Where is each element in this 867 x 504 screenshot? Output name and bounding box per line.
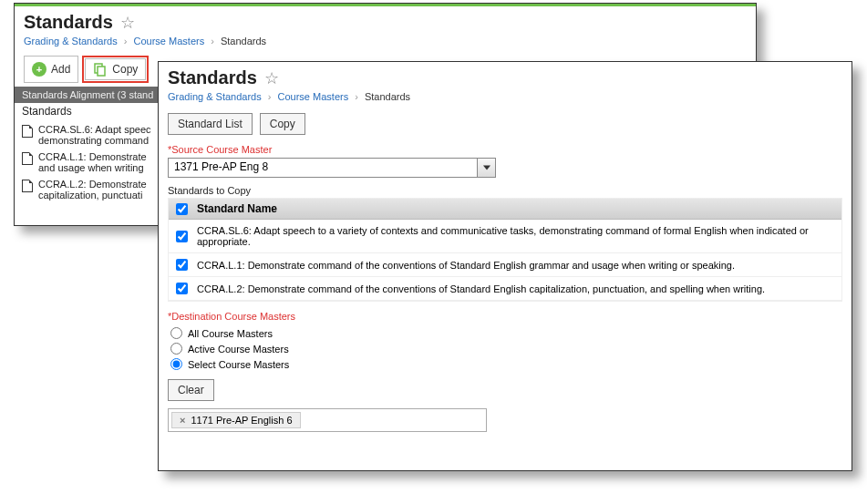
page-title: Standards <box>24 12 113 33</box>
row-text: CCRA.SL.6: Adapt speech to a variety of … <box>197 225 834 247</box>
breadcrumb: Grading & Standards › Course Masters › S… <box>24 36 747 46</box>
document-icon <box>22 180 33 192</box>
breadcrumb-course-masters[interactable]: Course Masters <box>278 91 349 102</box>
column-header-name: Standard Name <box>197 202 277 215</box>
standard-list-button[interactable]: Standard List <box>168 113 253 135</box>
radio-input[interactable] <box>170 327 182 339</box>
radio-label: Active Course Masters <box>188 344 289 355</box>
copy-button[interactable]: Copy <box>85 58 146 80</box>
copy-view-button[interactable]: Copy <box>260 113 305 135</box>
content-area: Standard List Copy *Source Course Master… <box>159 106 852 439</box>
destination-radio-group: All Course Masters Active Course Masters… <box>168 325 842 372</box>
breadcrumb-grading[interactable]: Grading & Standards <box>24 36 118 46</box>
row-text: CCRA.L.2: Demonstrate command of the con… <box>197 283 765 294</box>
radio-select-masters[interactable]: Select Course Masters <box>168 356 842 372</box>
source-course-label: *Source Course Master <box>168 144 842 155</box>
copy-button-highlight: Copy <box>82 56 149 83</box>
breadcrumb: Grading & Standards › Course Masters › S… <box>168 91 842 102</box>
dropdown-toggle[interactable] <box>478 158 496 178</box>
row-text: CCRA.L.1: Demonstrate command of the con… <box>197 260 735 271</box>
radio-all-masters[interactable]: All Course Masters <box>168 325 842 341</box>
standards-table: Standard Name CCRA.SL.6: Adapt speech to… <box>168 198 842 302</box>
table-header-row: Standard Name <box>169 199 841 220</box>
standards-to-copy-label: Standards to Copy <box>168 185 842 196</box>
breadcrumb-course-masters[interactable]: Course Masters <box>134 36 205 46</box>
radio-label: All Course Masters <box>188 328 273 339</box>
remove-chip-icon[interactable]: × <box>180 415 185 426</box>
table-row: CCRA.L.2: Demonstrate command of the con… <box>169 277 841 301</box>
copy-button-label: Copy <box>112 63 138 76</box>
list-item-text: CCRA.SL.6: Adapt speec demonstrating com… <box>38 124 151 146</box>
radio-input[interactable] <box>170 343 182 355</box>
window-header: Standards ☆ Grading & Standards › Course… <box>159 62 852 106</box>
chevron-right-icon: › <box>268 91 272 102</box>
copy-icon <box>93 62 108 77</box>
list-item-text: CCRA.L.1: Demonstrate and usage when wri… <box>38 151 147 173</box>
document-icon <box>22 125 33 138</box>
source-course-select[interactable]: 1371 Pre-AP Eng 8 <box>168 158 842 178</box>
select-all-checkbox[interactable] <box>176 203 188 215</box>
breadcrumb-grading[interactable]: Grading & Standards <box>168 91 262 102</box>
plus-icon: + <box>32 62 46 77</box>
chevron-right-icon: › <box>211 36 214 46</box>
view-buttons: Standard List Copy <box>168 113 842 135</box>
window-header: Standards ☆ Grading & Standards › Course… <box>15 6 756 50</box>
chevron-right-icon: › <box>124 36 128 46</box>
breadcrumb-current: Standards <box>221 36 266 46</box>
svg-marker-2 <box>483 166 490 170</box>
destination-label: *Destination Course Masters <box>168 311 842 322</box>
table-row: CCRA.L.1: Demonstrate command of the con… <box>169 253 841 277</box>
row-checkbox[interactable] <box>176 283 188 294</box>
source-course-value[interactable]: 1371 Pre-AP Eng 8 <box>168 158 478 178</box>
radio-active-masters[interactable]: Active Course Masters <box>168 341 842 356</box>
standards-copy-window: Standards ☆ Grading & Standards › Course… <box>158 61 852 471</box>
add-button[interactable]: + Add <box>24 56 78 83</box>
chevron-right-icon: › <box>355 91 358 102</box>
radio-label: Select Course Masters <box>188 359 289 370</box>
chevron-down-icon <box>483 164 490 171</box>
document-icon <box>22 152 33 165</box>
clear-button[interactable]: Clear <box>168 379 214 401</box>
svg-rect-1 <box>98 67 105 76</box>
row-checkbox[interactable] <box>176 259 188 271</box>
favorite-star-icon[interactable]: ☆ <box>264 68 279 88</box>
breadcrumb-current: Standards <box>365 91 410 102</box>
chip-label: 1171 Pre-AP English 6 <box>191 415 292 426</box>
table-row: CCRA.SL.6: Adapt speech to a variety of … <box>169 220 841 253</box>
list-item-text: CCRA.L.2: Demonstrate capitalization, pu… <box>38 179 147 201</box>
add-button-label: Add <box>51 63 70 76</box>
radio-input[interactable] <box>170 358 182 370</box>
row-checkbox[interactable] <box>176 231 188 242</box>
page-title: Standards <box>168 67 257 88</box>
favorite-star-icon[interactable]: ☆ <box>120 13 135 33</box>
destination-chip: × 1171 Pre-AP English 6 <box>171 412 301 428</box>
selected-destinations-box[interactable]: × 1171 Pre-AP English 6 <box>168 408 487 432</box>
